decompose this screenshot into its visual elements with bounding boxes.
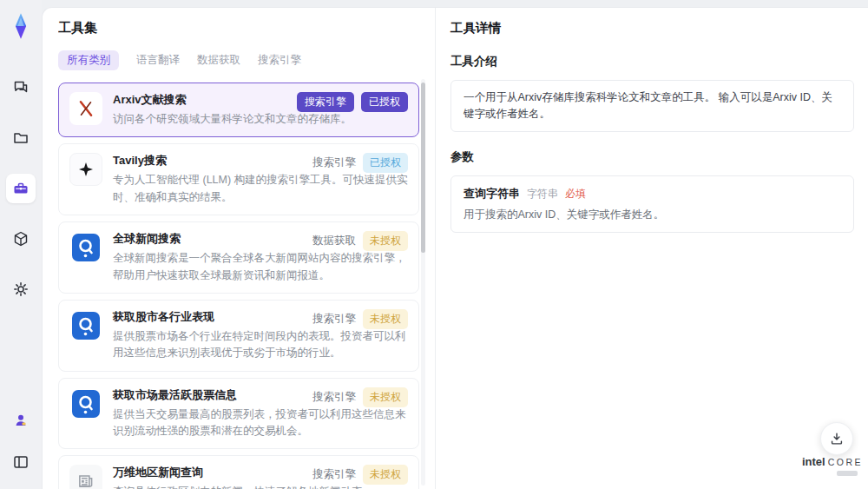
folder-icon xyxy=(12,129,30,147)
tool-card-sector-performance[interactable]: 获取股市各行业表现 提供股票市场各个行业在特定时间段内的表现。投资者可以利用这些… xyxy=(58,300,419,372)
gear-icon xyxy=(12,281,30,298)
sidebar-item-settings[interactable] xyxy=(6,274,36,304)
category-tabs: 所有类别 语言翻译 数据获取 搜索引擎 xyxy=(58,50,419,70)
sidebar-item-account[interactable] xyxy=(6,406,36,435)
sidebar-item-toolbox[interactable] xyxy=(6,174,36,203)
sidebar-item-chat[interactable] xyxy=(6,73,36,102)
category-badge: 搜索引擎 xyxy=(297,92,354,112)
parameter-name: 查询字符串 xyxy=(464,186,520,202)
intel-core-logo: intel CORE xyxy=(804,455,861,476)
download-button[interactable] xyxy=(820,422,853,455)
category-label: 搜索引擎 xyxy=(312,312,356,327)
sidebar-item-models[interactable] xyxy=(6,224,36,254)
sidebar-item-collapse[interactable] xyxy=(6,447,36,477)
toolbox-icon xyxy=(12,180,30,197)
blue-search-app-icon xyxy=(69,309,102,342)
intro-text-box: 一个用于从Arxiv存储库搜索科学论文和文章的工具。 输入可以是Arxiv ID… xyxy=(450,80,854,132)
parameter-description: 用于搜索的Arxiv ID、关键字或作者姓名。 xyxy=(464,208,841,222)
arxiv-icon xyxy=(69,92,102,125)
tool-list-column: 工具集 所有类别 语言翻译 数据获取 搜索引擎 Arxiv文献搜索 访问各个研究… xyxy=(58,20,419,489)
download-tray-icon xyxy=(829,431,845,446)
intel-sub-mark xyxy=(837,471,858,476)
parameter-item: 查询字符串 字符串 必填 用于搜索的Arxiv ID、关键字或作者姓名。 xyxy=(450,175,854,233)
tab-data-fetch[interactable]: 数据获取 xyxy=(197,50,240,70)
tool-card-arxiv[interactable]: Arxiv文献搜索 访问各个研究领域大量科学论文和文章的存储库。 搜索引擎 已授… xyxy=(58,83,419,137)
params-heading: 参数 xyxy=(450,149,854,165)
detail-title: 工具详情 xyxy=(450,20,854,36)
user-icon xyxy=(12,412,30,429)
tavily-star-icon xyxy=(69,153,102,186)
status-badge: 已授权 xyxy=(363,153,408,173)
category-label: 搜索引擎 xyxy=(312,155,356,170)
tab-language-translation[interactable]: 语言翻译 xyxy=(136,50,180,70)
panel-divider xyxy=(435,8,436,489)
category-label: 搜索引擎 xyxy=(312,390,356,405)
left-sidebar xyxy=(0,0,42,489)
blue-search-app-icon xyxy=(69,231,102,264)
tab-all-categories[interactable]: 所有类别 xyxy=(58,50,119,70)
category-label: 数据获取 xyxy=(312,234,356,248)
tool-description: 提供股票市场各个行业在特定时间段内的表现。投资者可以利用这些信息来识别表现优于或… xyxy=(113,328,408,362)
status-badge: 未授权 xyxy=(363,465,408,485)
tool-card-most-active-stocks[interactable]: 获取市场最活跃股票信息 提供当天交易量最高的股票列表，投资者可以利用这些信息来识… xyxy=(58,378,419,450)
newspaper-icon xyxy=(69,465,102,489)
status-badge: 未授权 xyxy=(363,309,408,329)
tool-description: 全球新闻搜索是一个聚合全球各大新闻网站内容的搜索引擎，帮助用户快速获取全球最新资… xyxy=(113,250,408,284)
tool-card-global-news-search[interactable]: 全球新闻搜索 全球新闻搜索是一个聚合全球各大新闻网站内容的搜索引擎，帮助用户快速… xyxy=(58,221,419,294)
sidebar-item-projects[interactable] xyxy=(6,123,36,153)
cube-icon xyxy=(12,230,30,248)
category-label: 搜索引擎 xyxy=(312,467,356,482)
tool-card-list: Arxiv文献搜索 访问各个研究领域大量科学论文和文章的存储库。 搜索引擎 已授… xyxy=(58,83,419,489)
intel-wordmark: intel xyxy=(802,455,825,468)
tool-detail-panel: 工具详情 工具介绍 一个用于从Arxiv存储库搜索科学论文和文章的工具。 输入可… xyxy=(450,20,854,489)
panel-toggle-icon xyxy=(12,453,30,471)
intro-heading: 工具介绍 xyxy=(450,54,854,69)
sparkle-logo-icon xyxy=(5,10,36,42)
parameter-required-flag: 必填 xyxy=(565,187,586,202)
tool-description: 访问各个研究领域大量科学论文和文章的存储库。 xyxy=(113,111,408,128)
status-badge: 已授权 xyxy=(361,92,408,112)
core-wordmark: CORE xyxy=(828,457,863,467)
blue-search-app-icon xyxy=(69,387,102,420)
parameter-type: 字符串 xyxy=(527,187,558,202)
tool-description: 提供当天交易量最高的股票列表，投资者可以利用这些信息来识别流动性强的股票和潜在的… xyxy=(113,406,408,440)
tab-search-engine[interactable]: 搜索引擎 xyxy=(258,50,301,70)
tool-card-tavily[interactable]: Tavily搜索 专为人工智能代理 (LLM) 构建的搜索引擎工具。可快速提供实… xyxy=(58,143,419,215)
list-scrollbar xyxy=(421,79,425,486)
list-scrollbar-thumb[interactable] xyxy=(421,83,425,253)
status-badge: 未授权 xyxy=(363,387,408,407)
chat-icon xyxy=(12,79,30,96)
tool-card-regional-news[interactable]: 万维地区新闻查询 查询具体行政区划内的新闻，快速了解各地新闻动态。 搜索引擎 未… xyxy=(58,455,419,489)
tool-description: 专为人工智能代理 (LLM) 构建的搜索引擎工具。可快速提供实时、准确和真实的结… xyxy=(113,172,408,206)
main-panel: 工具集 所有类别 语言翻译 数据获取 搜索引擎 Arxiv文献搜索 访问各个研究… xyxy=(42,7,868,489)
status-badge: 未授权 xyxy=(363,231,408,251)
page-title: 工具集 xyxy=(58,20,419,36)
